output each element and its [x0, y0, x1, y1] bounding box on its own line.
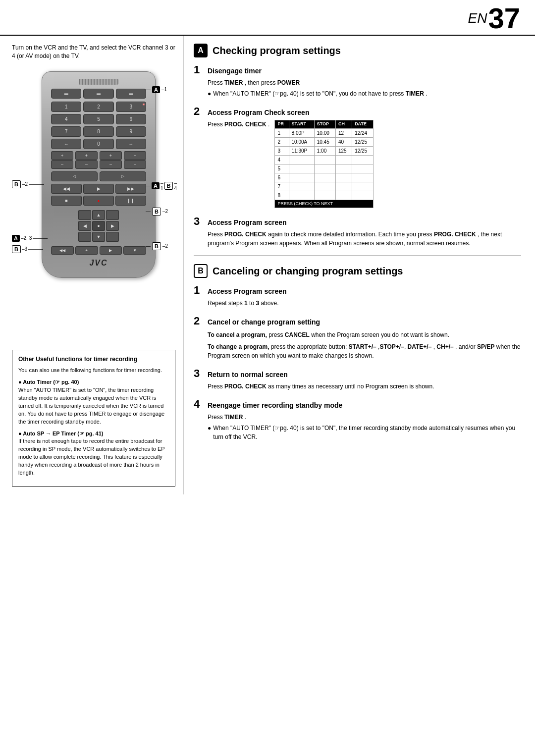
btn-plus4[interactable]: +: [124, 151, 146, 160]
btn-bottom4[interactable]: ▼: [123, 246, 146, 255]
prog-table: PR START STOP CH DATE 1 8:00: [274, 120, 374, 208]
bottom-row: ◀◀ + ▶ ▼: [51, 246, 146, 255]
b-step-1-title: Access Program screen: [208, 287, 287, 295]
b-step-3-title: Return to normal screen: [208, 371, 288, 378]
b-step-1-num: 1: [194, 284, 204, 297]
btn-6[interactable]: 6: [116, 114, 146, 124]
cell-pr: 3: [275, 146, 289, 155]
btn-nav2[interactable]: ▷: [100, 171, 146, 181]
section-a-step-2: 2 Access Program Check screen Press PROG…: [194, 105, 521, 208]
info-bullet-2-title: ● Auto SP → EP Timer (☞ pg. 41): [18, 430, 169, 438]
btn-pause[interactable]: ❙❙: [115, 196, 146, 206]
cell-ch: 40: [335, 137, 352, 146]
bullet-dot2: ●: [208, 424, 211, 441]
section-b-step-1: 1 Access Program screen Repeat steps 1 t…: [194, 284, 521, 308]
btn-ff[interactable]: ▶▶: [115, 184, 146, 194]
btn-empty-br: [106, 232, 119, 242]
btn-nav1[interactable]: ◁: [51, 171, 98, 181]
table-row: 6: [275, 173, 374, 182]
cell-start: 8:00P: [289, 128, 314, 137]
btn-stop[interactable]: ■: [51, 196, 82, 206]
btn-b2-left[interactable]: ←: [51, 139, 81, 149]
remote-btn-top2[interactable]: ▬: [83, 89, 113, 99]
btn-plus1[interactable]: +: [51, 151, 73, 160]
btn-up[interactable]: ▲: [92, 210, 105, 220]
change-item: To change a program, press the appropria…: [208, 342, 521, 360]
main-content: Turn on the VCR and the TV, and select t…: [0, 36, 535, 494]
b-step-3-header: 3 Return to normal screen: [194, 367, 521, 380]
b-step-4-body: Press TIMER . ● When "AUTO TIMER" (☞pg. …: [194, 413, 521, 441]
b-step-2-num: 2: [194, 315, 204, 327]
badge-b4-sub: –4: [174, 180, 177, 191]
btn-down[interactable]: ▼: [92, 232, 105, 242]
step-3-intro: Press PROG. CHECK again to check more de…: [208, 230, 521, 248]
step-1-bullet-text: When "AUTO TIMER" (☞pg. 40) is set to "O…: [213, 89, 427, 98]
badge-a1-sub: –1: [161, 87, 167, 92]
step-1-bullet: ● When "AUTO TIMER" (☞pg. 40) is set to …: [208, 89, 521, 98]
btn-minus4[interactable]: –: [124, 160, 146, 169]
right-column: A Checking program settings 1 Disengage …: [183, 36, 535, 494]
remote-btn-top1[interactable]: ▬: [51, 89, 81, 99]
table-row: 7: [275, 182, 374, 191]
cell-date: 12/25: [352, 137, 374, 146]
badge-a1r-sub: –1: [160, 180, 163, 191]
btn-7[interactable]: 7: [51, 126, 81, 137]
btn-plus3[interactable]: +: [100, 151, 122, 160]
cell-date: 12/24: [352, 128, 374, 137]
section-b-step-4: 4 Reengage timer recording standby mode …: [194, 398, 521, 441]
section-a-step-3: 3 Access Program screen Press PROG. CHEC…: [194, 215, 521, 248]
step-2-body: Press PROG. CHECK . PR START STOP CH DAT…: [194, 120, 521, 208]
btn-minus3[interactable]: –: [100, 160, 122, 169]
cell-ch: 125: [335, 146, 352, 155]
section-a-title: Checking program settings: [213, 45, 341, 56]
btn-play[interactable]: ▶: [83, 184, 114, 194]
section-a-step-1: 1 Disengage timer Press TIMER , then pre…: [194, 63, 521, 98]
b-step-3-body: Press PROG. CHECK as many times as neces…: [194, 382, 521, 391]
info-intro: You can also use the following functions…: [18, 367, 169, 375]
info-box-title: Other Useful functions for timer recordi…: [18, 355, 169, 364]
btn-left[interactable]: ◀: [78, 221, 91, 231]
btn-5[interactable]: 5: [83, 114, 113, 124]
step-2-title: Access Program Check screen: [208, 108, 309, 116]
cell-stop: 10:00: [314, 128, 335, 137]
nav-row: ◁ ▷: [51, 171, 146, 181]
btn-bottom3[interactable]: ▶: [100, 246, 122, 255]
btn-9[interactable]: 9: [116, 126, 146, 137]
btn-right[interactable]: ▶: [106, 221, 119, 231]
btn-2[interactable]: 2: [83, 102, 113, 112]
cell-stop: 10:45: [314, 137, 335, 146]
cell-stop: 1:00: [314, 146, 335, 155]
section-a-badge: A: [194, 44, 208, 57]
btn-0[interactable]: 0: [83, 139, 113, 149]
section-b-title: Canceling or changing program settings: [213, 266, 403, 277]
remote-body: ▬ ▬ ▬ 1 2 3■ 4 5 6: [42, 71, 138, 278]
btn-bottom1[interactable]: ◀◀: [51, 246, 74, 255]
table-row: 5: [275, 164, 374, 173]
btn-3[interactable]: 3■: [116, 102, 146, 112]
btn-minus1[interactable]: –: [51, 160, 73, 169]
btn-center[interactable]: ●: [92, 221, 105, 231]
badge-b4: B: [164, 182, 173, 190]
btn-minus2[interactable]: –: [75, 160, 98, 169]
btn-bottom2[interactable]: +: [75, 246, 98, 255]
badge-b2l: B: [12, 180, 21, 188]
btn-1[interactable]: 1: [51, 102, 81, 112]
arrow-pad-container: ▲ ◀ ● ▶ ▼: [51, 208, 146, 244]
table-row: 8: [275, 191, 374, 200]
cell-pr: 1: [275, 128, 289, 137]
btn-record[interactable]: [83, 196, 114, 206]
step-2-intro: Press PROG. CHECK .: [208, 120, 269, 129]
table-row: 4: [275, 155, 374, 164]
badge-b2r: B: [152, 208, 161, 216]
btn-b4-right[interactable]: →: [116, 139, 146, 149]
col-stop: STOP: [314, 120, 335, 129]
step-2-header: 2 Access Program Check screen: [194, 105, 521, 118]
btn-4[interactable]: 4: [51, 114, 81, 124]
btn-plus2[interactable]: +: [75, 151, 98, 160]
en-label: EN: [468, 10, 487, 26]
info-bullet-2: ● Auto SP → EP Timer (☞ pg. 41) If there…: [18, 430, 169, 478]
remote-btn-top3[interactable]: ▬: [116, 89, 146, 99]
btn-8[interactable]: 8: [83, 126, 113, 137]
remote-control: ▬ ▬ ▬ 1 2 3■ 4 5 6: [42, 71, 156, 278]
btn-rewind[interactable]: ◀◀: [51, 184, 82, 194]
